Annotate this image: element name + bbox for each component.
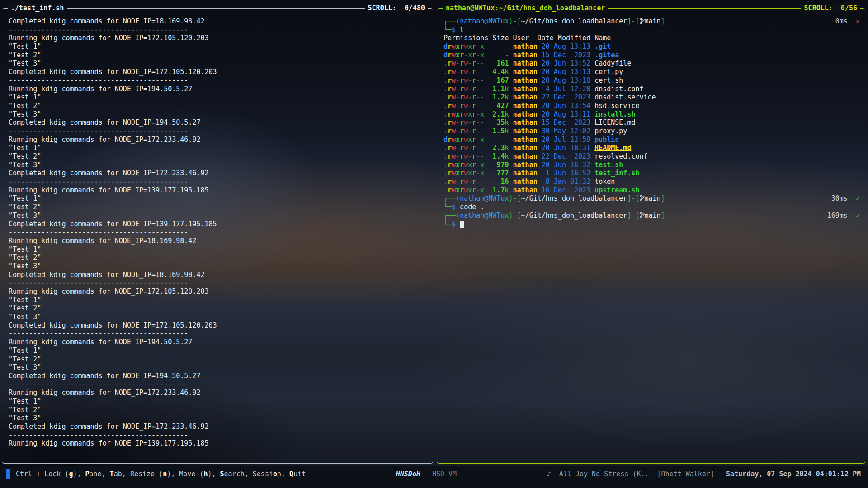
terminal-line: "Test 1" — [9, 245, 428, 254]
terminal-line: Completed kdig commands for NODE_IP=18.1… — [9, 17, 428, 26]
terminal-line: Completed kdig commands for NODE_IP=172.… — [9, 169, 428, 178]
command-line: └─$ l — [443, 26, 860, 34]
status-bar: Ctrl + Lock (g), Pane, Tab, Resize (n), … — [0, 466, 868, 488]
host-label: HSD VM — [432, 470, 457, 478]
terminal-line: Running kdig commands for NODE_IP=18.169… — [9, 237, 428, 245]
command-line: └─$ code . — [443, 203, 860, 211]
file-row[interactable]: .rwxrwxr-x 970 nathan 20 Jun 16:32 test.… — [443, 161, 860, 169]
terminal-line: "Test 3" — [9, 414, 428, 422]
pane-test-script[interactable]: ./test_inf.sh SCROLL: 0/480 Completed kd… — [2, 8, 433, 464]
terminal-line: "Test 3" — [9, 313, 428, 321]
terminal-line: ----------------------------------------… — [9, 329, 428, 338]
terminal-line: "Test 1" — [9, 42, 428, 51]
file-name: LICENSE.md — [594, 118, 635, 127]
terminal-line: ----------------------------------------… — [9, 279, 428, 287]
file-name: .gitea — [594, 51, 619, 59]
desktop: ./test_inf.sh SCROLL: 0/480 Completed kd… — [0, 0, 868, 488]
file-name: hsd.service — [594, 102, 639, 110]
clock: Saturday, 07 Sep 2024 04:01:12 PM — [726, 470, 861, 478]
terminal-line: Running kdig commands for NODE_IP=139.17… — [9, 186, 428, 195]
file-row[interactable]: drwxr-xr-x - nathan 15 Dec 2023 .gitea — [443, 51, 860, 60]
terminal-line: Completed kdig commands for NODE_IP=194.… — [9, 372, 428, 380]
pane-body-right[interactable]: ┌──(nathan@NWTux)-[~/Git/hns_doh_loadbal… — [438, 9, 864, 463]
file-name: README.md — [594, 144, 631, 152]
terminal-line: "Test 3" — [9, 363, 428, 372]
terminal-line: ----------------------------------------… — [9, 26, 428, 34]
file-row[interactable]: .rw-rw-r-- 35k nathan 15 Dec 2023 LICENS… — [443, 118, 860, 127]
terminal-line: "Test 2" — [9, 304, 428, 313]
file-row[interactable]: drwxrwxr-x - nathan 20 Jul 12:59 public — [443, 136, 860, 144]
terminal-line: "Test 2" — [9, 355, 428, 364]
terminal-line: "Test 1" — [9, 347, 428, 355]
terminal-line: "Test 1" — [9, 194, 428, 203]
file-row[interactable]: .rw-rw-r-- 16 nathan 8 Jan 01:32 token — [443, 178, 860, 186]
file-row[interactable]: .rwxrwxr-x 2.1k nathan 20 Aug 13:11 inst… — [443, 110, 860, 119]
terminal-line: "Test 2" — [9, 203, 428, 211]
success-icon: ✓ — [856, 211, 860, 220]
file-name: dnsdist.service — [594, 93, 656, 101]
terminal-line: "Test 3" — [9, 161, 428, 169]
terminal-line: "Test 1" — [9, 296, 428, 305]
prompt-line: ┌──(nathan@NWTux)-[~/Git/hns_doh_loadbal… — [443, 211, 860, 220]
file-name: token — [594, 178, 615, 186]
terminal-line: Running kdig commands for NODE_IP=194.50… — [9, 338, 428, 347]
pane-shell[interactable]: nathan@NWTux:~/Git/hns_doh_loadbalancer … — [437, 8, 865, 464]
terminal-line: Completed kdig commands for NODE_IP=172.… — [9, 68, 428, 76]
terminal-line: ----------------------------------------… — [9, 431, 428, 440]
terminal-line: ----------------------------------------… — [9, 178, 428, 186]
file-name: dnsdist.conf — [594, 85, 643, 93]
file-row[interactable]: .rw-rw-r-- 161 nathan 20 Jun 13:52 Caddy… — [443, 59, 860, 68]
terminal-line: "Test 3" — [9, 110, 428, 119]
file-name: proxy.py — [594, 127, 627, 135]
terminal-line: Completed kdig commands for NODE_IP=18.1… — [9, 271, 428, 279]
pane-body-left[interactable]: Completed kdig commands for NODE_IP=18.1… — [3, 9, 432, 463]
terminal-line: "Test 1" — [9, 144, 428, 152]
file-row[interactable]: drwxrwxr-x - nathan 20 Aug 13:13 .git — [443, 42, 860, 51]
terminal-line: Completed kdig commands for NODE_IP=139.… — [9, 220, 428, 229]
terminal-line: Completed kdig commands for NODE_IP=172.… — [9, 422, 428, 431]
file-row[interactable]: .rw-rw-r-- 2.3k nathan 20 Jun 18:31 READ… — [443, 144, 860, 152]
keybind-hints: Ctrl + Lock (g), Pane, Tab, Resize (n), … — [16, 470, 306, 478]
terminal-line: "Test 2" — [9, 152, 428, 161]
terminal-line: Running kdig commands for NODE_IP=172.23… — [9, 136, 428, 144]
error-icon: ✕ — [856, 17, 860, 25]
file-row[interactable]: .rwxrwxr-x 1.7k nathan 16 Dec 2023 upstr… — [443, 186, 860, 195]
terminal-line: Completed kdig commands for NODE_IP=194.… — [9, 118, 428, 127]
terminal-line: ----------------------------------------… — [9, 380, 428, 389]
music-note-icon: ♪ — [547, 470, 551, 478]
file-row[interactable]: .rw-rw-r-- 1.5k nathan 30 May 12:02 prox… — [443, 127, 860, 136]
prompt-line: ┌──(nathan@NWTux)-[~/Git/hns_doh_loadbal… — [443, 194, 860, 203]
session-name: HNSDoH — [396, 470, 420, 478]
terminal-line: "Test 2" — [9, 253, 428, 262]
command-line: └─$ — [443, 220, 860, 229]
file-name: install.sh — [594, 110, 635, 118]
file-name: public — [594, 136, 619, 144]
terminal-line: "Test 2" — [9, 406, 428, 414]
terminal-line: Running kdig commands for NODE_IP=172.23… — [9, 389, 428, 397]
file-row[interactable]: .rw-rw-r-- 427 nathan 20 Jun 13:54 hsd.s… — [443, 102, 860, 110]
file-name: .git — [594, 42, 611, 51]
terminal-line: "Test 3" — [9, 211, 428, 220]
file-name: resolved.conf — [594, 152, 647, 160]
terminal-line: "Test 3" — [9, 262, 428, 271]
terminal-line: Running kdig commands for NODE_IP=172.10… — [9, 34, 428, 42]
file-row[interactable]: .rw-rw-r-- 167 nathan 20 Aug 13:10 cert.… — [443, 76, 860, 85]
file-row[interactable]: .rw-rw-r-- 4.4k nathan 20 Aug 13:13 cert… — [443, 68, 860, 76]
prompt-line: ┌──(nathan@NWTux)-[~/Git/hns_doh_loadbal… — [443, 17, 860, 26]
terminal-line: Running kdig commands for NODE_IP=139.17… — [9, 439, 428, 448]
file-row[interactable]: .rw-rw-r-- 1.2k nathan 22 Dec 2023 dnsdi… — [443, 93, 860, 102]
mode-indicator — [6, 469, 10, 479]
now-playing: ♪ All Joy No Stress (K... [Rhett Walker] — [547, 470, 714, 478]
file-name: Caddyfile — [594, 59, 631, 67]
file-name: test_inf.sh — [594, 169, 639, 177]
file-name: upstream.sh — [594, 186, 639, 194]
file-name: cert.sh — [594, 76, 623, 84]
file-row[interactable]: .rwxrwxr-x 777 nathan 1 Jun 16:52 test_i… — [443, 169, 860, 178]
file-row[interactable]: .rw-rw-r-- 1.1k nathan 4 Jul 12:20 dnsdi… — [443, 85, 860, 94]
file-name: cert.py — [594, 68, 623, 76]
success-icon: ✓ — [856, 194, 860, 202]
file-row[interactable]: .rw-rw-r-- 1.4k nathan 22 Dec 2023 resol… — [443, 152, 860, 161]
text-cursor — [460, 221, 464, 228]
listing-header: Permissions Size User Date Modified Name — [443, 34, 860, 42]
git-branch-icon — [640, 212, 645, 219]
